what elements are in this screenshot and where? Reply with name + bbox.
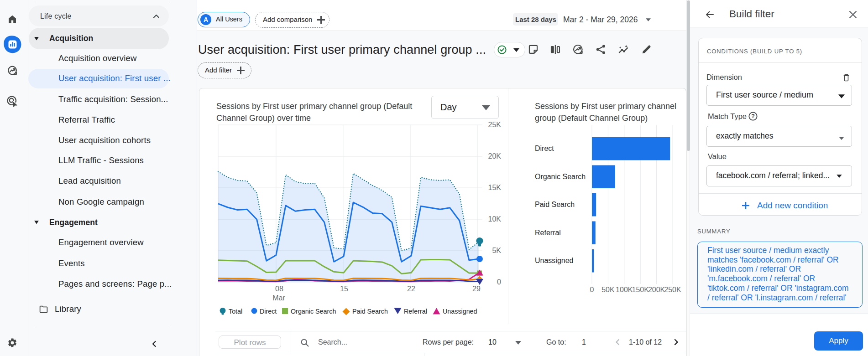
svg-text:?: ?	[751, 113, 755, 119]
